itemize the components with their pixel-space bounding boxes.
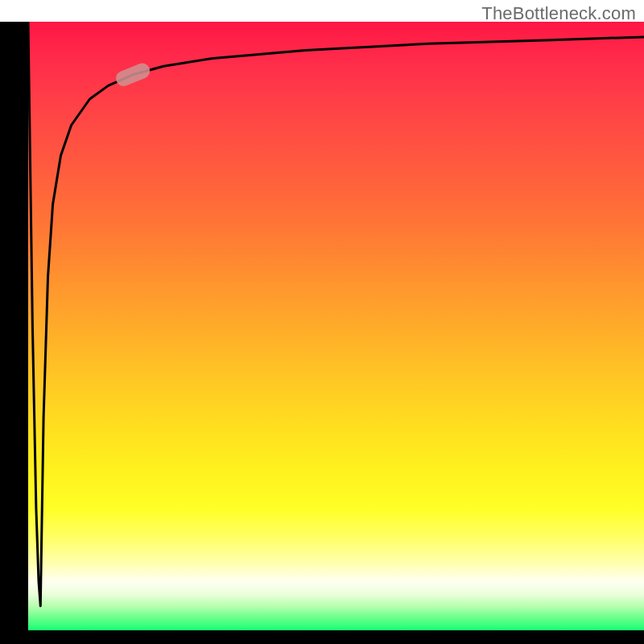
watermark-label: TheBottleneck.com [481, 3, 636, 24]
plot-area [28, 22, 644, 630]
curve-marker [114, 61, 152, 89]
curve-line [28, 22, 644, 606]
y-axis-bar [0, 22, 28, 630]
svg-rect-0 [114, 61, 152, 89]
x-axis-bar [0, 630, 644, 644]
chart-frame: TheBottleneck.com [0, 0, 644, 644]
chart-title [0, 0, 1, 1]
y-axis-label [0, 0, 1, 1]
curve-layer [28, 22, 644, 630]
x-axis-label [0, 0, 1, 1]
